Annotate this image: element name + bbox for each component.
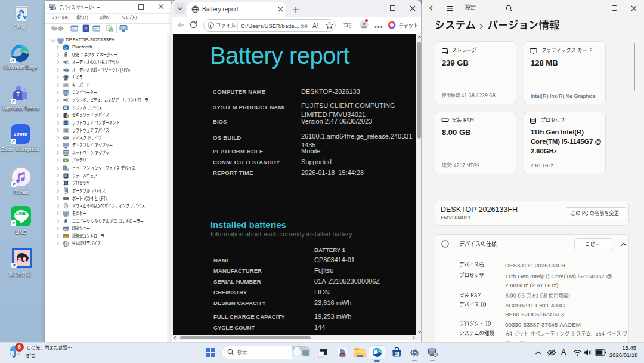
svg-text:NEW: NEW: [340, 354, 345, 356]
svg-text:?: ?: [85, 26, 88, 32]
